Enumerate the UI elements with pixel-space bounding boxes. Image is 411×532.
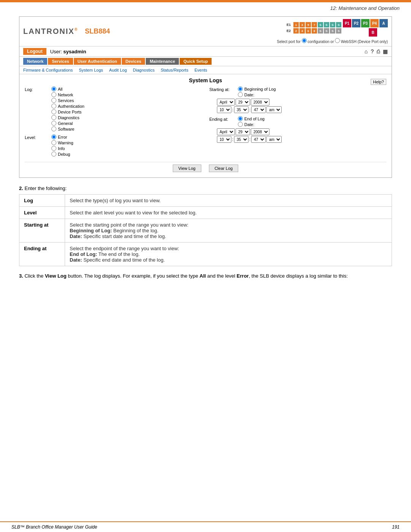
clear-log-button[interactable]: Clear Log bbox=[209, 165, 239, 172]
starting-beginning-radio[interactable] bbox=[238, 86, 243, 91]
log-header: Log bbox=[19, 195, 65, 207]
select-port-label: Select port for bbox=[277, 40, 300, 44]
webssh-label: WebSSH (Device Port only) bbox=[341, 40, 388, 44]
log-services-radio[interactable] bbox=[51, 98, 56, 103]
log-field-row: Log: All Network Services bbox=[25, 86, 202, 131]
log-network[interactable]: Network bbox=[51, 92, 84, 97]
a-button[interactable]: A bbox=[379, 19, 388, 27]
beginning-of-log-bold: Beginning of Log: bbox=[70, 228, 112, 233]
tab-network[interactable]: Network bbox=[23, 58, 47, 65]
ending-ampm-select[interactable]: am pm bbox=[266, 136, 282, 143]
level-warning[interactable]: Warning bbox=[51, 140, 73, 145]
starting-year-select[interactable]: 2008 bbox=[251, 99, 269, 105]
table-row-starting-at: Starting at Select the starting point of… bbox=[19, 219, 392, 243]
log-authentication[interactable]: Authentication bbox=[51, 104, 84, 109]
log-general-radio[interactable] bbox=[51, 121, 56, 126]
subnav-diagnostics[interactable]: Diagnostics bbox=[133, 68, 155, 72]
ending-date-fields: April 29 2008 bbox=[217, 128, 386, 143]
subnav-events[interactable]: Events bbox=[194, 68, 207, 72]
info-table: Log Select the type(s) of log you want t… bbox=[19, 194, 392, 266]
form-right: Starting at: Beginning of Log Date: bbox=[209, 86, 386, 158]
logout-bar: Logout User: sysadmin ⌂ ? ⎙ ▦ bbox=[19, 46, 392, 57]
log-diagnostics[interactable]: Diagnostics bbox=[51, 115, 84, 120]
tab-quick-setup[interactable]: Quick Setup bbox=[180, 58, 212, 65]
ending-end-of-log[interactable]: End of Log bbox=[238, 116, 264, 121]
subnav-status-reports[interactable]: Status/Reports bbox=[161, 68, 188, 72]
subnav-audit-log[interactable]: Audit Log bbox=[109, 68, 127, 72]
level-debug-radio[interactable] bbox=[51, 152, 56, 157]
starting-month-select[interactable]: April bbox=[217, 99, 235, 105]
print-icon[interactable]: ⎙ bbox=[377, 48, 380, 54]
ending-end-radio[interactable] bbox=[238, 116, 243, 121]
starting-hour-select[interactable]: 10 bbox=[217, 106, 231, 113]
log-software-radio[interactable] bbox=[51, 126, 56, 131]
ending-sec-select[interactable]: 47 bbox=[251, 136, 266, 143]
step2-intro: 2. Enter the following: bbox=[19, 185, 392, 191]
section-title: System Logs bbox=[25, 77, 386, 83]
p2-button[interactable]: P2 bbox=[352, 19, 360, 27]
tab-services[interactable]: Services bbox=[48, 58, 73, 65]
config-radio[interactable] bbox=[302, 38, 307, 43]
level-warning-radio[interactable] bbox=[51, 140, 56, 145]
log-all-radio[interactable] bbox=[51, 86, 56, 91]
p4-button[interactable]: P4 bbox=[370, 19, 379, 27]
level-error-radio[interactable] bbox=[51, 134, 56, 139]
starting-at-label: Starting at: bbox=[209, 86, 238, 92]
ending-month-select[interactable]: April bbox=[217, 128, 235, 135]
home-icon[interactable]: ⌂ bbox=[365, 48, 368, 54]
port-2: 2 bbox=[293, 28, 299, 34]
page-header-title: 12: Maintenance and Operation bbox=[330, 5, 400, 11]
starting-day-select[interactable]: 29 bbox=[236, 99, 250, 105]
ending-date[interactable]: Date: bbox=[238, 122, 264, 127]
p1-button[interactable]: P1 bbox=[343, 19, 351, 27]
webssh-radio[interactable] bbox=[335, 38, 340, 43]
starting-date[interactable]: Date: bbox=[238, 92, 276, 97]
log-services[interactable]: Services bbox=[51, 98, 84, 103]
log-diag-radio[interactable] bbox=[51, 115, 56, 120]
level-field-row: Level: Error Warning Info bbox=[25, 134, 202, 157]
log-auth-radio[interactable] bbox=[51, 104, 56, 109]
help-icon[interactable]: ? bbox=[371, 48, 374, 54]
log-device-ports[interactable]: Device Ports bbox=[51, 109, 84, 114]
help-button[interactable]: Help? bbox=[371, 79, 386, 85]
tab-maintenance[interactable]: Maintenance bbox=[146, 58, 179, 65]
port-s4: S bbox=[336, 22, 341, 27]
b-button[interactable]: B bbox=[369, 28, 377, 37]
subnav-firmware[interactable]: Firmware & Configurations bbox=[23, 68, 73, 72]
level-debug[interactable]: Debug bbox=[51, 152, 73, 157]
ui-screenshot-box: LANTRONIX® SLB884 E1 1 3 5 7 S bbox=[19, 16, 392, 178]
starting-ampm-select[interactable]: am pm bbox=[266, 106, 282, 113]
ending-day-select[interactable]: 29 bbox=[236, 128, 250, 135]
ending-date-radio[interactable] bbox=[238, 122, 243, 127]
log-general[interactable]: General bbox=[51, 121, 84, 126]
p3-button[interactable]: P3 bbox=[361, 19, 370, 27]
ending-at-header: Ending at bbox=[19, 243, 65, 266]
view-log-button[interactable]: View Log bbox=[173, 165, 201, 172]
ending-hour-select[interactable]: 10 bbox=[217, 136, 231, 143]
log-all[interactable]: All bbox=[51, 86, 84, 91]
level-info[interactable]: Info bbox=[51, 146, 73, 151]
logout-button[interactable]: Logout bbox=[23, 48, 46, 55]
port-s8: S bbox=[336, 28, 341, 34]
page-header: 12: Maintenance and Operation bbox=[0, 2, 411, 13]
log-network-radio[interactable] bbox=[51, 92, 56, 97]
tab-devices[interactable]: Devices bbox=[122, 58, 145, 65]
starting-sec-select[interactable]: 47 bbox=[251, 106, 266, 113]
log-software[interactable]: Software bbox=[51, 126, 84, 131]
sub-nav: Firmware & Configurations System Logs Au… bbox=[19, 66, 392, 74]
starting-date-radio[interactable] bbox=[238, 92, 243, 97]
ending-min-select[interactable]: 35 bbox=[234, 136, 249, 143]
starting-min-select[interactable]: 35 bbox=[234, 106, 249, 113]
starting-beginning[interactable]: Beginning of Log bbox=[238, 86, 276, 91]
starting-colon1: : bbox=[232, 107, 233, 112]
starting-at-content: Select the starting point of the range y… bbox=[65, 219, 392, 243]
ending-year-select[interactable]: 2008 bbox=[251, 128, 269, 135]
level-error[interactable]: Error bbox=[51, 134, 73, 139]
subnav-system-logs[interactable]: System Logs bbox=[79, 68, 103, 72]
logo-text: LANTRONIX® bbox=[23, 27, 78, 36]
level-info-radio[interactable] bbox=[51, 146, 56, 151]
ending-at-row: Ending at: End of Log Date: bbox=[209, 116, 386, 127]
grid-icon[interactable]: ▦ bbox=[383, 48, 388, 54]
log-devports-radio[interactable] bbox=[51, 109, 56, 114]
tab-user-authentication[interactable]: User Authentication bbox=[74, 58, 121, 65]
